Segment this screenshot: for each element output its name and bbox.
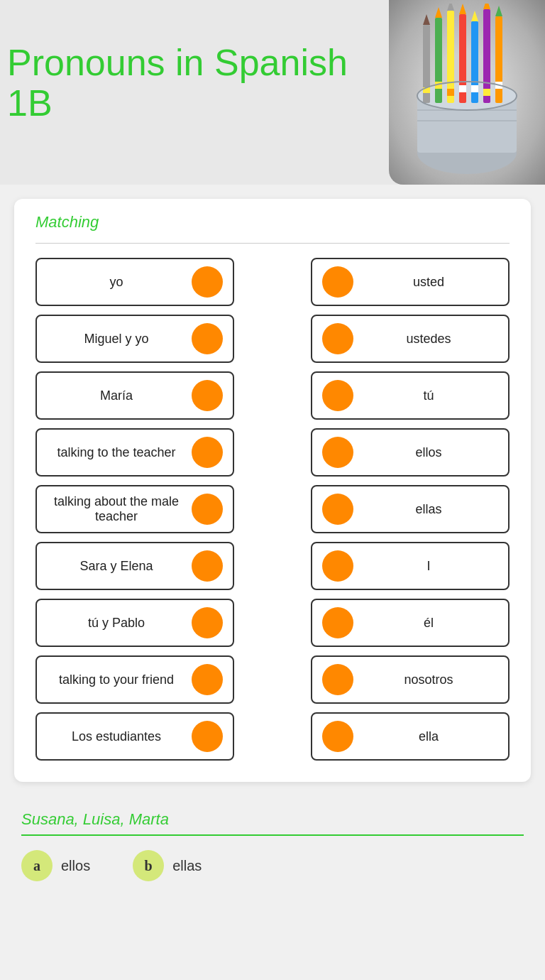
left-item-6[interactable]: Sara y Elena (35, 542, 234, 590)
matching-grid: yo usted Miguel y yo ustedes María (35, 258, 510, 761)
table-row: yo usted (35, 258, 510, 306)
table-row: talking to the teacher ellos (35, 428, 510, 477)
right-circle-6[interactable] (322, 550, 353, 582)
table-row: Miguel y yo ustedes (35, 315, 510, 363)
left-text-7: tú y Pablo (47, 616, 186, 631)
left-item-2[interactable]: Miguel y yo (35, 315, 234, 363)
right-circle-8[interactable] (322, 664, 353, 695)
svg-rect-8 (447, 89, 454, 96)
svg-marker-4 (435, 7, 442, 18)
left-item-1[interactable]: yo (35, 258, 234, 306)
matching-section-title: Matching (35, 213, 510, 232)
table-row: talking about the male teacher ellas (35, 485, 510, 533)
left-circle-7[interactable] (192, 607, 223, 638)
right-item-1[interactable]: usted (311, 258, 510, 306)
left-text-8: talking to your friend (47, 673, 186, 687)
right-text-2: ustedes (359, 332, 498, 347)
options-row: a ellos b ellas (21, 850, 524, 881)
right-item-6[interactable]: I (311, 542, 510, 590)
right-item-7[interactable]: él (311, 599, 510, 647)
right-circle-9[interactable] (322, 721, 353, 752)
option-a[interactable]: a ellos (21, 850, 90, 881)
table-row: Los estudiantes ella (35, 712, 510, 761)
option-b[interactable]: b ellas (133, 850, 202, 881)
right-circle-7[interactable] (322, 607, 353, 638)
right-text-6: I (359, 559, 498, 574)
right-text-1: usted (359, 275, 498, 290)
left-circle-4[interactable] (192, 437, 223, 468)
left-circle-9[interactable] (192, 721, 223, 752)
svg-marker-16 (483, 4, 490, 9)
matching-card: Matching yo usted Miguel y yo ustedes (14, 199, 531, 782)
right-text-9: ella (359, 729, 498, 744)
left-text-5: talking about the male teacher (47, 494, 186, 524)
left-text-4: talking to the teacher (47, 445, 186, 460)
right-text-8: nosotros (359, 673, 498, 687)
svg-rect-14 (471, 85, 478, 92)
right-text-4: ellos (359, 445, 498, 460)
left-circle-3[interactable] (192, 380, 223, 411)
left-circle-2[interactable] (192, 323, 223, 354)
right-item-4[interactable]: ellos (311, 428, 510, 477)
right-text-7: él (359, 616, 498, 631)
left-text-2: Miguel y yo (47, 332, 186, 347)
table-row: talking to your friend nosotros (35, 655, 510, 704)
right-item-2[interactable]: ustedes (311, 315, 510, 363)
svg-rect-21 (495, 16, 502, 103)
bottom-title: Susana, Luisa, Marta (21, 810, 524, 829)
left-item-5[interactable]: talking about the male teacher (35, 485, 234, 533)
left-text-9: Los estudiantes (47, 729, 186, 744)
right-circle-1[interactable] (322, 266, 353, 298)
svg-marker-7 (447, 4, 454, 11)
left-circle-6[interactable] (192, 550, 223, 582)
left-circle-8[interactable] (192, 664, 223, 695)
pencil-cup-decoration (389, 0, 545, 185)
left-item-8[interactable]: talking to your friend (35, 655, 234, 704)
left-text-6: Sara y Elena (47, 559, 186, 574)
right-text-5: ellas (359, 502, 498, 517)
option-a-label: ellos (61, 858, 90, 874)
section-divider (35, 243, 510, 244)
badge-b: b (133, 850, 164, 881)
left-text-1: yo (47, 275, 186, 290)
header: Pronouns in Spanish 1B (0, 0, 545, 185)
left-item-9[interactable]: Los estudiantes (35, 712, 234, 761)
bottom-section: Susana, Luisa, Marta a ellos b ellas (0, 796, 545, 895)
left-circle-5[interactable] (192, 494, 223, 525)
table-row: Sara y Elena I (35, 542, 510, 590)
right-circle-2[interactable] (322, 323, 353, 354)
right-text-3: tú (359, 388, 498, 403)
svg-rect-11 (459, 85, 466, 92)
right-item-9[interactable]: ella (311, 712, 510, 761)
right-item-3[interactable]: tú (311, 371, 510, 420)
svg-marker-22 (495, 6, 502, 16)
page-title: Pronouns in Spanish 1B (7, 43, 348, 124)
option-b-label: ellas (172, 858, 202, 874)
right-circle-5[interactable] (322, 494, 353, 525)
left-item-3[interactable]: María (35, 371, 234, 420)
table-row: tú y Pablo él (35, 599, 510, 647)
svg-marker-19 (423, 14, 430, 25)
table-row: María tú (35, 371, 510, 420)
badge-a: a (21, 850, 53, 881)
left-circle-1[interactable] (192, 266, 223, 298)
left-item-7[interactable]: tú y Pablo (35, 599, 234, 647)
svg-marker-10 (459, 4, 466, 14)
right-circle-3[interactable] (322, 380, 353, 411)
left-text-3: María (47, 388, 186, 403)
left-item-4[interactable]: talking to the teacher (35, 428, 234, 477)
right-item-5[interactable]: ellas (311, 485, 510, 533)
svg-marker-13 (471, 11, 478, 21)
bottom-section-divider (21, 834, 524, 836)
right-circle-4[interactable] (322, 437, 353, 468)
svg-rect-17 (483, 89, 490, 96)
svg-rect-3 (435, 18, 442, 103)
right-item-8[interactable]: nosotros (311, 655, 510, 704)
